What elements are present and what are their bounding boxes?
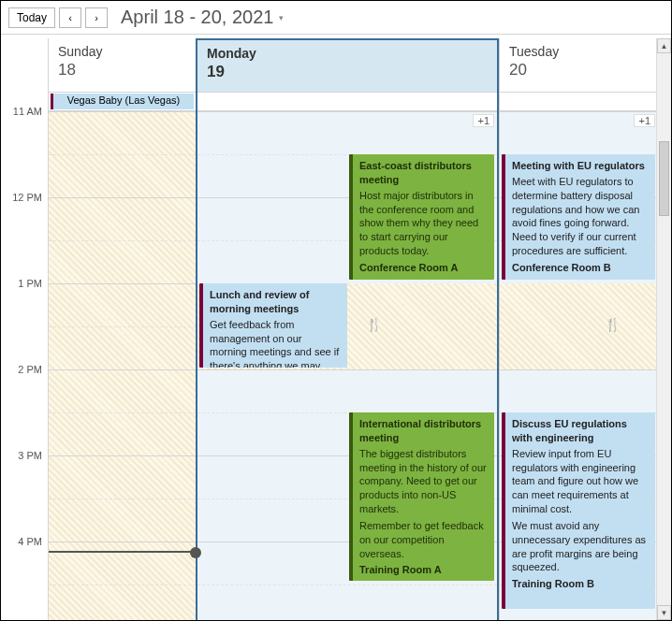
time-label: 1 PM [18, 278, 42, 289]
event-international[interactable]: International distributors meeting The b… [349, 412, 494, 581]
next-button[interactable]: › [85, 7, 108, 28]
day-column-sunday: Sunday 18 Vegas Baby (Las Vegas) [48, 38, 196, 620]
current-time-indicator [49, 551, 196, 553]
time-slots[interactable] [49, 111, 196, 620]
overflow-badge[interactable]: +1 [634, 114, 655, 127]
time-label: 2 PM [18, 364, 42, 375]
day-name: Tuesday [509, 44, 649, 59]
event-title: East-coast distributors meeting [359, 159, 488, 187]
toolbar: Today ‹ › April 18 - 20, 2021 ▾ [1, 1, 671, 35]
time-label: 3 PM [18, 450, 42, 461]
scroll-up-button[interactable]: ▲ [657, 38, 671, 53]
scroll-thumb[interactable] [659, 141, 669, 216]
event-eu-engineering[interactable]: Discuss EU regulations with engineering … [502, 412, 655, 609]
event-desc: We must avoid any unnecessary expenditur… [512, 519, 649, 574]
calendar-grid: 11 AM 12 PM 1 PM 2 PM 3 PM 4 PM Sunday 1… [1, 38, 656, 620]
day-number: 18 [58, 61, 186, 79]
scroll-down-button[interactable]: ▼ [657, 605, 671, 620]
event-lunch-review[interactable]: Lunch and review of morning meetings Get… [199, 283, 347, 368]
chevron-down-icon: ▾ [279, 13, 284, 22]
allday-row[interactable]: Vegas Baby (Las Vegas) [49, 93, 196, 111]
date-range-picker[interactable]: April 18 - 20, 2021 ▾ [121, 7, 284, 28]
day-number: 20 [509, 61, 649, 79]
fork-knife-icon: 🍴 [605, 317, 621, 332]
event-location: Training Room A [359, 563, 488, 577]
prev-button[interactable]: ‹ [59, 7, 81, 28]
event-location: Conference Room A [359, 261, 488, 275]
time-slots[interactable]: 🍴 East-coast distributors meeting Host m… [197, 111, 497, 620]
day-column-monday: Monday 19 +1 🍴 East-coast distributors m… [196, 38, 499, 620]
day-header[interactable]: Tuesday 20 [500, 38, 658, 93]
event-desc: Review input from EU regulators with eng… [512, 447, 649, 516]
event-desc: The biggest distributors meeting in the … [359, 447, 488, 516]
current-time-dot [190, 547, 201, 558]
event-title: Lunch and review of morning meetings [210, 288, 341, 316]
day-name: Sunday [58, 44, 186, 59]
event-east-coast[interactable]: East-coast distributors meeting Host maj… [349, 154, 494, 280]
event-desc: Meet with EU regulators to determine bat… [512, 175, 649, 258]
event-location: Training Room B [512, 577, 649, 591]
event-desc: Get feedback from management on our morn… [210, 318, 341, 368]
event-eu-regulators[interactable]: Meeting with EU regulators Meet with EU … [502, 154, 655, 280]
allday-row[interactable] [197, 93, 497, 111]
date-range-label: April 18 - 20, 2021 [121, 7, 273, 28]
event-location: Conference Room B [512, 261, 649, 275]
today-button[interactable]: Today [8, 7, 55, 28]
day-column-tuesday: Tuesday 20 +1 🍴 Meeting with EU regulato… [499, 38, 658, 620]
allday-event-vegas[interactable]: Vegas Baby (Las Vegas) [51, 94, 194, 109]
time-slots[interactable]: 🍴 Meeting with EU regulators Meet with E… [500, 111, 658, 620]
overflow-badge[interactable]: +1 [473, 114, 494, 127]
time-gutter: 11 AM 12 PM 1 PM 2 PM 3 PM 4 PM [1, 111, 48, 620]
fork-knife-icon: 🍴 [366, 317, 382, 332]
event-title: Discuss EU regulations with engineering [512, 417, 649, 445]
time-label: 11 AM [13, 106, 42, 117]
event-title: International distributors meeting [359, 417, 488, 445]
day-header[interactable]: Monday 19 [197, 38, 497, 93]
time-label: 12 PM [12, 192, 42, 203]
day-number: 19 [207, 63, 488, 81]
lunch-band [500, 283, 658, 369]
allday-row[interactable] [500, 93, 658, 111]
event-desc: Remember to get feedback on our competit… [359, 519, 488, 561]
event-title: Meeting with EU regulators [512, 159, 649, 173]
day-header[interactable]: Sunday 18 [49, 38, 196, 93]
vertical-scrollbar[interactable]: ▲ ▼ [656, 38, 671, 620]
time-label: 4 PM [18, 536, 42, 547]
day-name: Monday [207, 46, 488, 61]
event-desc: Host major distributors in the conferenc… [359, 189, 488, 258]
